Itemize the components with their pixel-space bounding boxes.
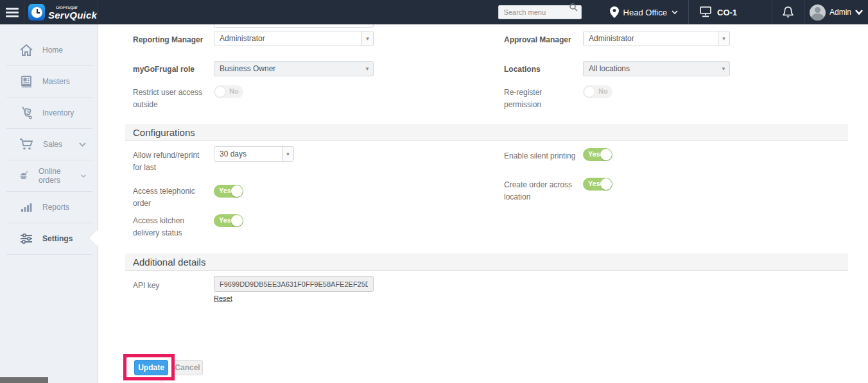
- toggle-knob: [584, 86, 595, 98]
- order-across-location-label: Create order across location: [504, 179, 576, 203]
- cancel-button[interactable]: Cancel: [172, 360, 203, 375]
- reregister-permission-label: Re-register permission: [504, 87, 576, 110]
- scrollbar-thumb[interactable]: [0, 377, 48, 383]
- toggle-knob: [600, 178, 612, 190]
- topbar: GoFrugal ServQuick Head Office CO-1: [0, 0, 868, 24]
- dropdown-arrow-icon: ▼: [718, 31, 729, 46]
- chevron-down-icon: [81, 174, 86, 178]
- additional-details-section-header: Additional details: [125, 253, 848, 271]
- sales-cart-icon: [19, 138, 34, 151]
- mygofrugal-role-select[interactable]: Business Owner ▼: [214, 61, 374, 76]
- user-menu[interactable]: Administra...: [804, 0, 868, 24]
- user-avatar: [810, 4, 826, 21]
- configurations-title: Configurations: [133, 127, 195, 138]
- order-across-location-toggle[interactable]: Yes: [583, 178, 612, 191]
- location-chevron-down-icon: [672, 10, 678, 14]
- configurations-section-header: Configurations: [125, 124, 848, 141]
- bell-icon: [782, 6, 794, 19]
- restrict-user-access-toggle[interactable]: No: [214, 85, 243, 98]
- search-menu-container: [498, 0, 582, 24]
- sidebar-item-reports[interactable]: Reports: [6, 192, 92, 223]
- api-key-label: API key: [133, 280, 205, 292]
- sidebar-item-masters[interactable]: Masters: [6, 66, 92, 98]
- toggle-knob: [231, 215, 243, 226]
- cutoff-field-top: [214, 24, 374, 28]
- terminal-selector[interactable]: CO-1: [688, 0, 772, 24]
- silent-printing-label: Enable silent printing: [504, 150, 576, 162]
- location-label: Head Office: [623, 8, 667, 17]
- toggle-knob: [600, 149, 612, 160]
- api-key-field[interactable]: [214, 276, 374, 292]
- brand-servquick-label: ServQuick: [48, 10, 97, 20]
- chevron-down-icon: [79, 142, 86, 147]
- toggle-knob: [231, 185, 243, 197]
- telephonic-order-toggle[interactable]: Yes: [214, 185, 243, 198]
- reports-icon: [19, 201, 33, 214]
- dropdown-arrow-icon: ▼: [718, 62, 729, 76]
- settings-user-form: Reporting Manager Administrator ▼ Approv…: [99, 24, 868, 383]
- pos-terminal-icon: [699, 6, 712, 18]
- reregister-permission-toggle[interactable]: No: [583, 85, 612, 98]
- servquick-clock-icon: [28, 4, 45, 21]
- location-selector[interactable]: Head Office: [600, 0, 688, 24]
- notifications-button[interactable]: [772, 0, 804, 24]
- locations-select[interactable]: All locations ▼: [583, 61, 730, 76]
- home-icon: [19, 44, 33, 56]
- online-orders-icon: [19, 169, 30, 182]
- refund-reprint-select[interactable]: 30 days ▼: [214, 146, 294, 162]
- silent-printing-toggle[interactable]: Yes: [583, 148, 612, 161]
- hamburger-icon: [6, 6, 19, 19]
- update-button[interactable]: Update: [134, 360, 168, 375]
- dropdown-arrow-icon: ▼: [282, 147, 293, 161]
- sidebar-item-online-orders[interactable]: Online orders: [6, 160, 92, 192]
- api-key-reset-link[interactable]: Reset: [214, 294, 232, 302]
- sidebar-item-inventory[interactable]: % Inventory: [6, 98, 92, 129]
- sidebar-item-label: Online orders: [39, 167, 72, 185]
- dropdown-arrow-icon: ▼: [361, 62, 373, 76]
- telephonic-order-label: Access telephonic order: [133, 185, 205, 209]
- restrict-user-access-label: Restrict user access outside: [133, 87, 205, 110]
- sidebar-item-home[interactable]: Home: [6, 35, 92, 66]
- terminal-label: CO-1: [717, 8, 737, 17]
- approval-manager-select[interactable]: Administrator ▼: [583, 31, 730, 46]
- sidebar-item-settings[interactable]: Settings: [6, 223, 92, 255]
- kitchen-delivery-label: Access kitchen delivery status: [133, 215, 205, 239]
- hamburger-menu-button[interactable]: [0, 0, 24, 24]
- additional-details-title: Additional details: [133, 257, 205, 268]
- sidebar-item-sales[interactable]: Sales: [6, 129, 92, 160]
- location-pin-icon: [610, 6, 619, 18]
- sidebar-item-label: Sales: [43, 140, 62, 149]
- toggle-knob: [214, 86, 226, 98]
- sidebar-nav: Home Masters % Inventory Sales: [0, 24, 98, 383]
- refund-reprint-label: Allow refund/reprint for last: [133, 149, 205, 173]
- sidebar-item-label: Masters: [42, 77, 70, 86]
- kitchen-delivery-toggle[interactable]: Yes: [214, 214, 243, 227]
- mygofrugal-role-label: myGoFrugal role: [133, 64, 216, 76]
- sidebar-item-label: Inventory: [42, 108, 74, 117]
- masters-icon: [19, 75, 33, 88]
- dropdown-arrow-icon: ▼: [361, 31, 373, 46]
- sidebar-item-label: Reports: [42, 203, 69, 212]
- sidebar-item-label: Home: [42, 46, 63, 55]
- user-chevron-down-icon: [855, 10, 863, 15]
- search-icon: [569, 3, 578, 12]
- reporting-manager-select[interactable]: Administrator ▼: [214, 31, 374, 46]
- brand-text: GoFrugal ServQuick: [48, 5, 97, 20]
- sidebar-item-label: Settings: [42, 234, 73, 243]
- inventory-icon: %: [19, 106, 33, 119]
- locations-label: Locations: [504, 64, 576, 76]
- user-name-label: Administra...: [829, 8, 851, 17]
- app-logo[interactable]: GoFrugal ServQuick: [24, 0, 98, 24]
- reporting-manager-label: Reporting Manager: [133, 34, 205, 46]
- settings-icon: [19, 232, 33, 245]
- approval-manager-label: Approval Manager: [504, 34, 576, 46]
